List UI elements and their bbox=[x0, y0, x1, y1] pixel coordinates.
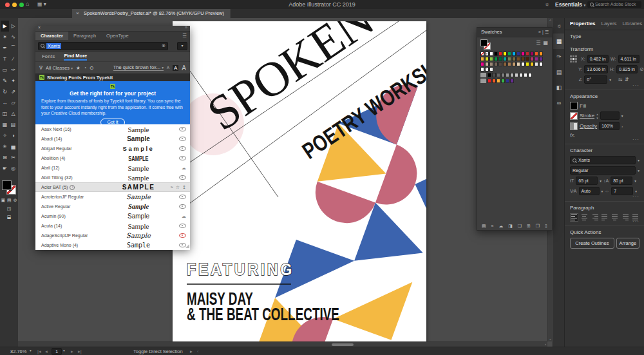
create-outlines-button[interactable]: Create Outlines bbox=[570, 238, 614, 249]
view-similar-icon[interactable]: ≈ bbox=[171, 185, 173, 189]
fill-swatch[interactable] bbox=[480, 39, 488, 46]
font-size-dropdown-icon[interactable]: ▾ bbox=[600, 179, 601, 183]
tracking-dropdown-icon[interactable]: ▾ bbox=[635, 189, 637, 193]
preview-eye-icon[interactable] bbox=[179, 204, 186, 209]
slice-tool[interactable]: ✂ bbox=[9, 152, 17, 163]
swatch[interactable] bbox=[489, 57, 493, 61]
swatch[interactable] bbox=[535, 57, 538, 61]
swatch-view-icon[interactable]: ◨ bbox=[508, 224, 513, 229]
artboard-dropdown-icon[interactable]: ▾ bbox=[63, 349, 65, 352]
free-transform-tool[interactable]: ▱ bbox=[9, 97, 17, 108]
font-style-select[interactable]: Regular bbox=[570, 166, 636, 175]
swatch[interactable] bbox=[539, 62, 543, 66]
align-right-button[interactable] bbox=[591, 213, 599, 222]
stroke-color-swatch[interactable] bbox=[570, 112, 578, 120]
fx-button[interactable]: fx. bbox=[570, 132, 575, 138]
perspective-grid-tool[interactable]: △ bbox=[9, 108, 17, 119]
swatch[interactable] bbox=[489, 52, 493, 56]
column-graph-tool[interactable]: ▅ bbox=[9, 141, 17, 152]
clear-search-icon[interactable]: ⊗ bbox=[162, 43, 166, 48]
swatch[interactable] bbox=[501, 79, 505, 83]
arrange-button[interactable]: Arrange bbox=[616, 238, 639, 249]
swatch[interactable] bbox=[524, 73, 527, 77]
color-themes-icon[interactable]: ☁ bbox=[498, 224, 503, 229]
tab-paragraph[interactable]: Paragraph bbox=[68, 32, 101, 40]
constrain-proportions-icon[interactable]: ⊘ bbox=[639, 66, 644, 72]
favorites-filter-icon[interactable]: ★ bbox=[76, 65, 80, 71]
hscroll-thumb[interactable] bbox=[332, 343, 354, 346]
sync-cloud-icon[interactable]: ☁ bbox=[182, 166, 186, 171]
leading-input[interactable]: 80 pt bbox=[611, 177, 632, 185]
new-color-group-icon[interactable]: ❏ bbox=[518, 224, 522, 229]
color-icon[interactable]: ☼ bbox=[553, 18, 565, 34]
align-center-button[interactable] bbox=[580, 213, 589, 222]
swatch[interactable] bbox=[539, 52, 543, 56]
document-tab[interactable]: × SpokenWordsPoetry_Poster.ai* @ 82.76% … bbox=[72, 9, 231, 18]
preview-eye-icon[interactable] bbox=[179, 175, 186, 180]
font-list-item[interactable]: Acier BAT (5)iSAMPLE≈☆↥ bbox=[35, 182, 190, 192]
tracking-input[interactable]: 7 bbox=[611, 187, 633, 195]
h-input[interactable]: 0.825 in bbox=[616, 65, 638, 73]
swatch[interactable] bbox=[521, 52, 525, 56]
color-mode-button[interactable]: ▣ bbox=[1, 198, 5, 203]
brushes-icon[interactable]: ✑ bbox=[553, 49, 565, 64]
stroke-weight-dropdown[interactable]: ▾ bbox=[621, 114, 623, 118]
font-list-item[interactable]: Abigail RegularSample bbox=[35, 144, 190, 153]
status-back-icon[interactable]: ‹ bbox=[197, 349, 199, 354]
draw-mode-button[interactable]: ◳ bbox=[7, 206, 12, 211]
preview-eye-icon[interactable] bbox=[179, 224, 186, 228]
rectangle-tool[interactable]: ▭ bbox=[1, 64, 9, 75]
swatch[interactable] bbox=[530, 52, 534, 56]
swatch[interactable] bbox=[489, 62, 493, 66]
font-list-item[interactable]: Acumin (90)Sample☁ bbox=[35, 211, 190, 221]
swatch-libraries-icon[interactable]: ▤ bbox=[482, 224, 486, 229]
subtab-find-more[interactable]: Find More bbox=[64, 53, 87, 61]
type-tool[interactable]: T bbox=[1, 53, 9, 64]
zoom-tool[interactable]: ◎ bbox=[9, 163, 17, 174]
swatch[interactable] bbox=[507, 62, 511, 66]
swatch[interactable] bbox=[485, 67, 489, 72]
color-group-folder-icon[interactable] bbox=[480, 73, 486, 77]
swatch[interactable] bbox=[539, 57, 543, 61]
x-input[interactable]: 0.482 in bbox=[587, 55, 609, 63]
more-options-icon[interactable]: ··· bbox=[632, 194, 639, 200]
swatch[interactable] bbox=[497, 73, 500, 77]
swatch[interactable] bbox=[485, 57, 489, 61]
swatch[interactable] bbox=[526, 52, 529, 56]
stroke-weight-input[interactable] bbox=[600, 111, 620, 120]
font-list-item[interactable]: Active RegularSample bbox=[35, 202, 190, 211]
gradient-icon[interactable]: ▤ bbox=[553, 64, 565, 80]
blend-tool[interactable]: ◑ bbox=[9, 130, 17, 141]
swatch[interactable] bbox=[507, 52, 511, 56]
shaper-tool[interactable]: ✦ bbox=[9, 75, 17, 86]
swatch-folder-icon[interactable]: ❐ bbox=[536, 224, 540, 229]
fill-stroke-indicator[interactable] bbox=[480, 39, 491, 50]
swatch[interactable] bbox=[492, 73, 496, 77]
scroll-down-icon[interactable]: ⌄ bbox=[549, 336, 552, 341]
paintbrush-tool[interactable]: ✑ bbox=[9, 64, 17, 75]
swatch[interactable] bbox=[494, 62, 498, 66]
transparency-icon[interactable]: ◧ bbox=[553, 80, 565, 95]
swatch[interactable] bbox=[498, 57, 502, 61]
font-list-item[interactable]: Aaux Next (16)Sample bbox=[35, 124, 190, 134]
rotation-dropdown-icon[interactable]: ▾ bbox=[609, 78, 611, 82]
artboard[interactable] bbox=[173, 21, 426, 341]
rotation-input[interactable]: 0° bbox=[584, 75, 607, 84]
line-segment-tool[interactable]: ∕ bbox=[9, 53, 17, 64]
preview-eye-icon[interactable] bbox=[179, 127, 186, 131]
swatch[interactable] bbox=[530, 62, 534, 66]
links-icon[interactable]: ∞ bbox=[553, 95, 565, 111]
stroke-label[interactable]: Stroke bbox=[580, 113, 594, 119]
rotate-tool[interactable]: ↻ bbox=[1, 86, 9, 97]
swatch[interactable] bbox=[535, 62, 538, 66]
sample-size-large-button[interactable]: A bbox=[182, 64, 186, 72]
scroll-up-icon[interactable]: ⌃ bbox=[549, 19, 552, 23]
gpu-performance-icon[interactable]: ☼ bbox=[545, 1, 549, 7]
swatch[interactable] bbox=[489, 67, 493, 72]
font-list-item[interactable]: Abolition (4)SAMPLE bbox=[35, 153, 190, 163]
collapse-panel-icon[interactable]: » bbox=[185, 25, 187, 30]
tab-character[interactable]: Character bbox=[35, 32, 68, 40]
flip-horizontal-icon[interactable]: ⇋ bbox=[618, 77, 623, 82]
fill-swatch[interactable] bbox=[2, 180, 12, 190]
shape-builder-tool[interactable]: ◫ bbox=[1, 108, 9, 119]
